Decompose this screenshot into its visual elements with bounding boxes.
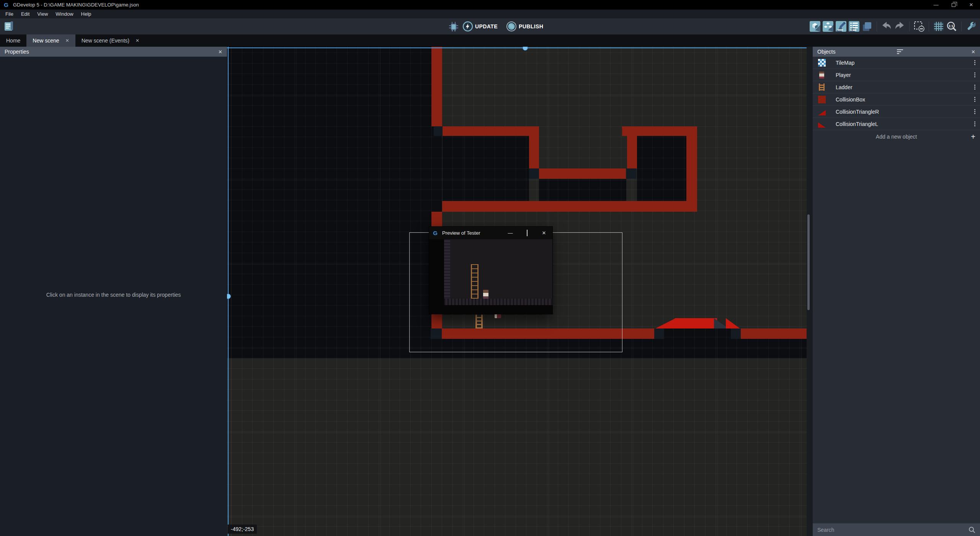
scene-red xyxy=(622,126,697,136)
maximize-icon xyxy=(527,230,528,236)
scene-corner xyxy=(529,168,539,179)
object-label: Ladder xyxy=(836,84,853,90)
open-properties-icon[interactable] xyxy=(835,21,847,32)
tab-label: New scene xyxy=(33,38,59,44)
object-label: CollisionBox xyxy=(836,96,865,103)
preview-close-button[interactable]: ✕ xyxy=(536,230,552,236)
open-instances-list-icon[interactable] xyxy=(848,21,860,32)
robot-preview-icon[interactable] xyxy=(448,21,459,32)
properties-panel-title: Properties xyxy=(5,49,29,55)
menu-item-help[interactable]: Help xyxy=(77,10,95,18)
undo-icon[interactable] xyxy=(881,21,892,32)
update-bolt-icon xyxy=(462,21,474,32)
gdevelop-logo-icon: G xyxy=(432,230,438,236)
preview-window[interactable]: G Preview of Tester — ✕ xyxy=(429,227,552,314)
search-bar xyxy=(813,523,980,536)
project-manager-icon[interactable] xyxy=(3,21,15,32)
zoom-1-1-icon[interactable]: 1:1 xyxy=(946,21,957,32)
scene-canvas[interactable]: -492;-253 G Preview of Tester — ✕ xyxy=(227,47,807,536)
scene-red xyxy=(741,328,807,339)
publish-label: PUBLISH xyxy=(519,23,543,29)
clear-selection-icon[interactable] xyxy=(913,21,925,32)
preview-minimize-button[interactable]: — xyxy=(502,230,519,236)
titlebar: G GDevelop 5 - D:\GAME MAKING\GDEVELOP\g… xyxy=(0,0,980,10)
kebab-menu-icon[interactable] xyxy=(974,85,975,90)
preview-floor-tiles xyxy=(444,299,552,305)
window-minimize-button[interactable]: — xyxy=(927,0,945,10)
preview-wall-tiles xyxy=(444,239,450,299)
scene-corner xyxy=(434,126,443,136)
scene-tri-asc xyxy=(655,318,676,328)
ladder-icon xyxy=(819,83,825,91)
tab-close-icon[interactable]: ✕ xyxy=(136,38,139,43)
window-title: GDevelop 5 - D:\GAME MAKING\GDEVELOP\gam… xyxy=(13,2,139,8)
menu-item-view[interactable]: View xyxy=(33,10,52,18)
object-row-collisionbox[interactable]: CollisionBox xyxy=(813,93,980,106)
update-button[interactable]: UPDATE xyxy=(462,21,503,32)
menu-item-file[interactable]: File xyxy=(2,10,17,18)
search-input[interactable] xyxy=(817,527,969,533)
object-label: Player xyxy=(836,72,851,78)
close-icon[interactable]: ✕ xyxy=(218,49,222,55)
cursor-coordinates: -492;-253 xyxy=(228,525,257,534)
object-row-tilemap[interactable]: TileMap xyxy=(813,57,980,69)
open-object-groups-icon[interactable] xyxy=(822,21,834,32)
tab-home[interactable]: Home xyxy=(0,34,26,47)
tab-new-scene[interactable]: New scene✕ xyxy=(26,34,75,47)
menu-item-edit[interactable]: Edit xyxy=(17,10,33,18)
publish-button[interactable]: PUBLISH xyxy=(506,21,549,32)
gdevelop-logo-icon: G xyxy=(3,2,9,8)
toolbar-separator xyxy=(961,21,962,31)
tabbar: HomeNew scene✕New scene (Events)✕ xyxy=(0,34,980,47)
add-object-row[interactable]: Add a new object + xyxy=(813,130,980,143)
svg-text:1:1: 1:1 xyxy=(949,24,954,28)
settings-wrench-icon[interactable] xyxy=(965,21,977,32)
kebab-menu-icon[interactable] xyxy=(974,97,975,102)
plus-icon[interactable]: + xyxy=(971,132,975,141)
player-icon xyxy=(819,72,824,78)
preview-game-background xyxy=(444,239,552,305)
scene-ladder xyxy=(475,315,483,328)
object-label: CollisionTriangleR xyxy=(836,109,879,115)
object-row-collisiontrianglel[interactable]: CollisionTriangleL xyxy=(813,118,980,130)
add-object-label: Add a new object xyxy=(876,134,917,140)
publish-globe-icon xyxy=(506,21,517,32)
preview-player-sprite xyxy=(483,290,488,299)
preview-maximize-button[interactable] xyxy=(519,230,536,236)
kebab-menu-icon[interactable] xyxy=(974,109,975,114)
menubar: FileEditViewWindowHelp xyxy=(0,10,980,18)
kebab-menu-icon[interactable] xyxy=(974,60,975,65)
toolbar: UPDATE PUBLISH xyxy=(0,18,980,34)
scene-red xyxy=(686,136,697,201)
open-objects-panel-icon[interactable] xyxy=(809,21,821,32)
scene-corner xyxy=(626,168,636,179)
object-row-collisiontriangler[interactable]: CollisionTriangleR xyxy=(813,106,980,118)
filter-icon[interactable] xyxy=(897,49,903,54)
objects-panel-title: Objects xyxy=(817,49,835,55)
objects-panel: Objects ✕ TileMapPlayerLadderCollisionBo… xyxy=(813,47,980,536)
preview-titlebar[interactable]: G Preview of Tester — ✕ xyxy=(429,227,552,239)
canvas-vertical-scrollbar[interactable] xyxy=(807,214,810,310)
kebab-menu-icon[interactable] xyxy=(974,72,975,77)
scene-corner xyxy=(654,328,664,339)
kebab-menu-icon[interactable] xyxy=(974,121,975,126)
restore-icon xyxy=(952,3,956,7)
scene-player xyxy=(495,314,501,318)
scene-corner xyxy=(731,328,741,339)
object-row-player[interactable]: Player xyxy=(813,69,980,81)
scene-red xyxy=(627,136,637,168)
scene-red xyxy=(529,136,539,168)
open-layers-panel-icon[interactable] xyxy=(861,21,873,32)
redo-icon[interactable] xyxy=(894,21,905,32)
tab-close-icon[interactable]: ✕ xyxy=(65,38,69,43)
window-close-button[interactable]: ✕ xyxy=(962,0,980,10)
collision-box-icon xyxy=(818,96,826,103)
tab-new-scene-events[interactable]: New scene (Events)✕ xyxy=(75,34,145,47)
tilemap-icon xyxy=(818,59,826,67)
object-row-ladder[interactable]: Ladder xyxy=(813,81,980,93)
close-icon[interactable]: ✕ xyxy=(971,49,975,55)
toggle-grid-icon[interactable] xyxy=(933,21,944,32)
properties-empty-message: Click on an instance in the scene to dis… xyxy=(0,292,227,298)
menu-item-window[interactable]: Window xyxy=(52,10,77,18)
window-restore-button[interactable] xyxy=(945,0,962,10)
